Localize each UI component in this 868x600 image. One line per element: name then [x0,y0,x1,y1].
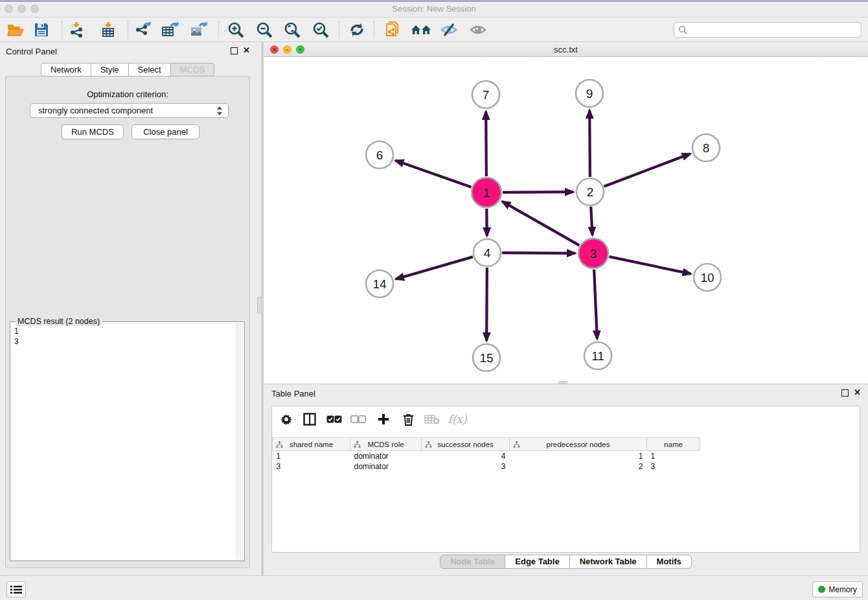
home-networks-button[interactable] [411,19,431,40]
create-column-button[interactable] [374,410,393,428]
export-table-icon [161,21,179,38]
graph-node-9[interactable]: 9 [576,80,603,107]
column-header-mcds-role[interactable]: MCDS role [350,438,422,451]
titlebar[interactable]: Session: New Session [0,0,868,17]
graph-edge-2-9[interactable] [589,110,590,177]
float-window-icon[interactable] [231,47,238,54]
export-table-button[interactable] [160,19,181,40]
split-columns-icon [303,413,316,426]
function-builder-button[interactable]: f(x) [448,410,466,428]
network-canvas[interactable]: 1234678910111415 [264,57,868,384]
graph-node-11[interactable]: 11 [584,342,611,369]
close-icon[interactable]: ✕ [854,387,861,398]
export-network-button[interactable] [132,19,153,40]
column-header-successor-nodes[interactable]: successor nodes [422,438,510,451]
graph-node-6[interactable]: 6 [366,141,393,168]
save-session-button[interactable] [31,19,52,40]
tab-style[interactable]: Style [91,63,128,76]
close-panel-button[interactable]: Close panel [131,124,200,139]
float-window-icon[interactable] [841,389,849,397]
tab-node-table[interactable]: Node Table [440,555,505,569]
graph-edge-3-1[interactable] [502,202,579,246]
graph-edge-3-11[interactable] [594,270,597,339]
graph-edge-2-8[interactable] [604,154,691,187]
network-graph[interactable]: 1234678910111415 [264,57,868,384]
mcds-result-text[interactable]: 1 3 [10,323,236,560]
unchecked-boxes-icon [350,415,366,423]
network-window-titlebar[interactable]: ✕ − + scc.txt [264,42,868,57]
zoom-selected-button[interactable] [310,19,331,40]
graph-edge-2-3[interactable] [591,207,592,235]
graph-node-label: 4 [484,246,491,260]
control-panel-tabs: Network Style Select MCDS [0,63,255,76]
zoom-fit-button[interactable] [282,19,303,40]
result-scrollbar[interactable] [236,323,244,560]
graph-node-label: 11 [591,349,604,363]
column-type-icon [276,441,283,448]
graph-node-2[interactable]: 2 [577,178,604,205]
graph-edge-1-6[interactable] [396,161,472,187]
delete-table-button[interactable] [423,410,441,428]
control-panel-title: Control Panel [6,47,57,56]
graph-edge-4-15[interactable] [486,268,487,341]
column-type-icon [425,441,432,448]
tab-select[interactable]: Select [128,63,170,76]
zoom-out-button[interactable] [254,19,275,40]
close-icon[interactable]: ✕ [243,45,250,56]
run-mcds-button[interactable]: Run MCDS [62,124,124,139]
column-header-shared-name[interactable]: shared name [273,438,350,451]
search-field-wrap [674,22,862,38]
column-header-predecessor-nodes[interactable]: predecessor nodes [510,438,647,451]
table-row[interactable]: 1 dominator 4 1 1 [273,451,700,461]
delete-column-button[interactable] [399,410,417,428]
select-all-button[interactable] [325,410,343,428]
graph-edge-3-10[interactable] [609,257,691,274]
graph-edge-4-3[interactable] [502,253,575,253]
node-table-container: f(x) shared name MCDS role successor nod… [271,406,860,553]
deselect-all-button[interactable] [349,410,367,428]
column-header-name[interactable]: name [647,438,700,451]
show-column-panel-button[interactable] [301,410,319,428]
tab-mcds[interactable]: MCDS [170,63,214,76]
refresh-layout-button[interactable] [347,19,367,40]
graph-node-4[interactable]: 4 [474,239,501,266]
graph-edge-1-2[interactable] [503,192,573,192]
clone-network-button[interactable] [382,19,403,40]
import-network-button[interactable] [67,19,88,40]
graph-edge-4-14[interactable] [396,257,473,279]
table-panel-tabs: Node Table Edge Table Network Table Moti… [264,555,868,569]
graph-node-15[interactable]: 15 [473,344,500,371]
vertical-splitter-handle[interactable] [257,297,262,314]
open-session-button[interactable] [5,19,26,40]
hide-graphics-button[interactable] [439,19,459,40]
graph-node-7[interactable]: 7 [472,81,499,108]
import-table-button[interactable] [98,19,119,40]
export-network-icon [134,21,152,38]
graph-node-label: 6 [376,148,383,162]
graph-node-8[interactable]: 8 [692,134,720,161]
show-graphics-button[interactable] [468,19,488,40]
control-panel-header: Control Panel ✕ [0,42,255,62]
export-image-button[interactable] [188,19,209,40]
search-input[interactable] [674,22,862,38]
graph-edge-1-7[interactable] [486,111,486,176]
task-history-button[interactable] [6,581,26,597]
memory-button[interactable]: Memory [812,581,863,597]
table-panel: Table Panel ✕ [263,384,868,575]
graph-node-10[interactable]: 10 [694,264,721,291]
table-row[interactable]: 3 dominator 3 2 3 [273,461,700,472]
tab-network-table[interactable]: Network Table [569,555,646,569]
graph-node-3[interactable]: 3 [578,238,608,268]
delete-table-icon [424,414,440,424]
trash-icon [403,413,414,426]
criterion-dropdown[interactable]: strongly connected component [30,103,229,118]
graph-node-1[interactable]: 1 [472,178,501,207]
table-settings-button[interactable] [277,410,295,428]
column-type-icon [354,441,361,448]
tab-motifs[interactable]: Motifs [646,555,692,569]
graph-node-14[interactable]: 14 [366,270,393,297]
graph-node-label: 10 [700,271,714,284]
zoom-in-button[interactable] [225,19,246,40]
tab-edge-table[interactable]: Edge Table [505,555,569,569]
tab-network[interactable]: Network [41,63,91,76]
